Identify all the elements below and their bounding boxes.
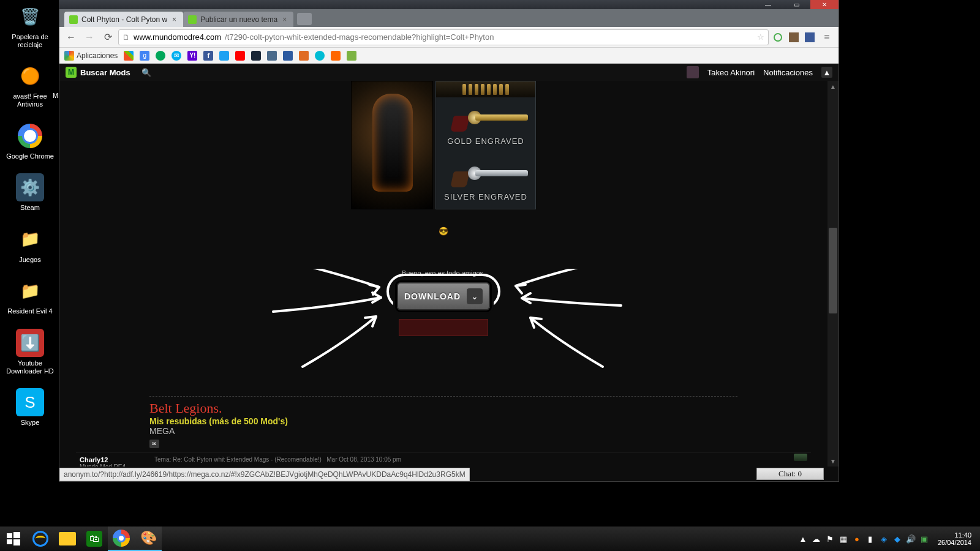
new-tab-button[interactable] (297, 13, 312, 25)
clock-time: 11:40 (938, 531, 971, 539)
sig-line-3[interactable]: MEGA (149, 426, 737, 436)
desktop-icon[interactable]: SSkype (4, 388, 56, 427)
search-mods-link[interactable]: Buscar Mods (80, 68, 130, 77)
site-logo-icon[interactable]: M (66, 67, 77, 78)
windows-logo-icon (7, 532, 20, 545)
bookmarks-bar: Aplicaciones g ✉ Y! f (59, 48, 839, 64)
tray-graphics-icon[interactable]: ▦ (839, 534, 848, 544)
window-maximize-button[interactable]: ▭ (782, 0, 810, 9)
search-icon[interactable]: 🔍 (141, 68, 151, 77)
chrome-menu-button[interactable]: ≡ (819, 29, 835, 45)
bookmark-item[interactable]: ✉ (172, 51, 181, 61)
download-icon: ⌄ (467, 288, 483, 304)
tray-app2-icon[interactable]: ▣ (919, 534, 929, 544)
reply-username[interactable]: Charly12 (80, 456, 146, 463)
username-link[interactable]: Takeo Akinori (707, 68, 755, 77)
taskbar-clock[interactable]: 11:40 26/04/2014 (933, 531, 976, 546)
bookmark-item[interactable] (124, 51, 134, 61)
taskbar-ie-button[interactable] (27, 527, 54, 551)
start-button[interactable] (0, 527, 27, 551)
bookmark-item[interactable] (283, 51, 293, 61)
bookmark-item[interactable] (156, 51, 165, 61)
taskbar-store-button[interactable]: 🛍 (81, 527, 108, 551)
desktop-icon-label: Papelera de reciclaje (4, 33, 56, 48)
tray-onedrive-icon[interactable]: ☁ (812, 534, 821, 544)
desktop-icon-label: Resident Evil 4 (4, 307, 56, 315)
bookmark-item[interactable]: f (203, 51, 213, 61)
status-bar-link: anonym.to/?http://adf.ly/246619/https://… (59, 468, 470, 481)
desktop-icon[interactable]: 📁Resident Evil 4 (4, 277, 56, 315)
window-close-button[interactable]: ✕ (810, 0, 839, 9)
desktop-icon[interactable]: ⚙️Steam (4, 173, 56, 212)
tray-bluetooth-icon[interactable]: ◈ (879, 534, 889, 544)
bookmark-item[interactable] (299, 51, 309, 61)
scroll-down-arrow-icon[interactable]: ▼ (827, 455, 839, 467)
sig-line-1[interactable]: Belt Legions. (149, 400, 737, 416)
desktop-icon[interactable]: Google Chrome (4, 122, 56, 160)
apps-label: Aplicaciones (77, 51, 118, 60)
download-label: DOWNLOAD (404, 291, 461, 301)
sig-line-2[interactable]: Mis resubidas (más de 500 Mod's) (149, 416, 737, 426)
tray-app-icon[interactable]: ◆ (892, 534, 902, 544)
desktop-icon-label: Juegos (4, 256, 56, 264)
taskbar: 🛍 🎨 ▲ ☁ ⚑ ▦ ● ▮ ◈ ◆ 🔊 ▣ 11:40 26/04/2014 (0, 527, 980, 551)
tray-avast-icon[interactable]: ● (852, 534, 862, 544)
bookmark-item[interactable] (315, 51, 325, 61)
back-button[interactable]: ← (63, 29, 79, 45)
desktop-icon[interactable]: 🟠avast! Free Antivirus (4, 62, 56, 108)
download-button[interactable]: DOWNLOAD ⌄ (397, 282, 490, 310)
address-bar[interactable]: 🗋 www.mundomodre4.com/t7290-colt-pyton-w… (118, 29, 769, 45)
tray-volume-icon[interactable]: 🔊 (906, 534, 916, 544)
desktop-icon-image: 🗑️ (16, 2, 44, 31)
scroll-top-icon[interactable]: ▲ (821, 67, 832, 78)
system-tray: ▲ ☁ ⚑ ▦ ● ▮ ◈ ◆ 🔊 ▣ 11:40 26/04/2014 (798, 531, 980, 546)
reload-button[interactable]: ⟳ (100, 29, 116, 45)
desktop-icon[interactable]: 🗑️Papelera de reciclaje (4, 2, 56, 48)
taskbar-explorer-button[interactable] (54, 527, 81, 551)
svg-rect-1 (7, 533, 12, 538)
desktop-icon-image: S (16, 388, 44, 416)
scroll-up-arrow-icon[interactable]: ▲ (827, 81, 839, 92)
bookmark-item[interactable] (267, 51, 277, 61)
desktop-icon-image: ⚙️ (16, 173, 44, 201)
tab-strip: Colt Phyton - Colt Pyton w×Publicar un n… (59, 9, 839, 27)
desktop-icon[interactable]: ⬇️Youtube Downloader HD (4, 329, 56, 375)
desktop-icon[interactable]: 📁Juegos (4, 225, 56, 264)
bookmark-item[interactable]: Y! (187, 51, 197, 61)
desktop-icon-image: ⬇️ (16, 329, 44, 357)
browser-tab[interactable]: Colt Phyton - Colt Pyton w× (64, 12, 183, 27)
tab-title: Colt Phyton - Colt Pyton w (81, 15, 167, 24)
taskbar-chrome-button[interactable] (108, 527, 135, 551)
bookmark-item[interactable] (219, 51, 229, 61)
tray-show-hidden-icon[interactable]: ▲ (798, 534, 808, 544)
tray-flag-icon[interactable]: ⚑ (825, 534, 835, 544)
extension-icon[interactable] (771, 31, 785, 44)
bookmark-item[interactable] (331, 51, 341, 61)
bookmark-item[interactable]: g (140, 51, 149, 61)
pm-icon[interactable]: ✉ (149, 440, 159, 448)
bookmark-item[interactable] (235, 51, 245, 61)
chrome-icon (113, 530, 130, 547)
page-scrollbar[interactable]: ▲ ▼ (827, 81, 839, 467)
tab-close-icon[interactable]: × (282, 15, 290, 23)
forward-button[interactable]: → (81, 29, 97, 45)
browser-tab[interactable]: Publicar un nuevo tema× (183, 12, 293, 27)
extension-icon[interactable] (803, 31, 816, 44)
tab-close-icon[interactable]: × (172, 15, 179, 23)
extension-icon[interactable] (787, 31, 801, 44)
signature-block: Belt Legions. Mis resubidas (más de 500 … (149, 396, 737, 448)
user-avatar[interactable] (687, 66, 699, 78)
taskbar-paint-button[interactable]: 🎨 (135, 527, 162, 551)
tab-favicon (69, 15, 78, 24)
scroll-thumb[interactable] (829, 228, 837, 313)
bookmark-item[interactable] (347, 51, 356, 61)
notifications-link[interactable]: Notificaciones (763, 68, 813, 77)
bookmark-star-icon[interactable]: ☆ (757, 32, 764, 42)
silver-gun-label: SILVER ENGRAVED (439, 192, 533, 201)
window-minimize-button[interactable]: — (754, 0, 782, 9)
tray-network-icon[interactable]: ▮ (865, 534, 875, 544)
chat-tab[interactable]: Chat: 0 (756, 468, 824, 480)
bookmark-item[interactable] (251, 51, 261, 61)
apps-button[interactable]: Aplicaciones (64, 51, 118, 61)
emoji-cool: 😎 (76, 227, 811, 236)
